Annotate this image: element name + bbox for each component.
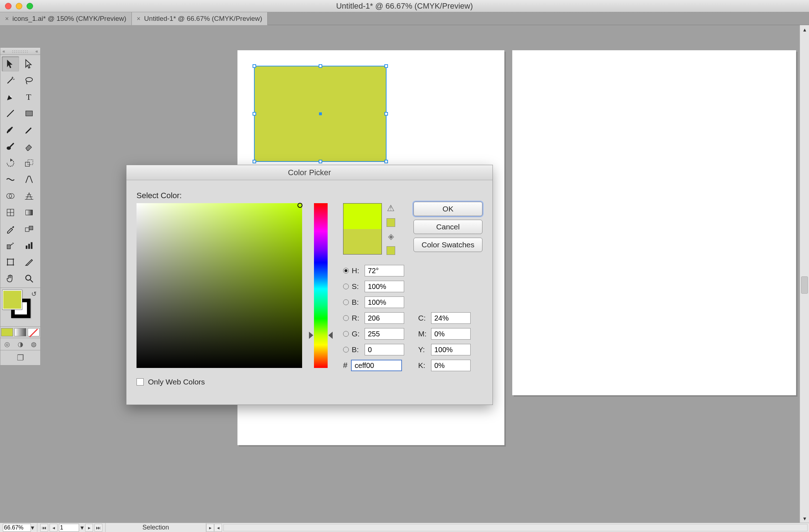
horizontal-scrollbar[interactable]	[223, 524, 808, 531]
gamut-safe-swatch[interactable]	[387, 218, 395, 227]
scroll-thumb[interactable]	[801, 276, 808, 294]
color-mode-solid[interactable]	[1, 328, 13, 336]
close-window-icon[interactable]	[5, 3, 11, 9]
saturation-brightness-field[interactable]	[137, 203, 302, 368]
scroll-up-icon[interactable]: ▴	[800, 25, 809, 34]
magic-wand-tool[interactable]	[2, 73, 19, 88]
close-tab-icon[interactable]: ×	[5, 15, 9, 23]
hex-input[interactable]	[351, 360, 402, 371]
collapse-panel-icon[interactable]: «	[36, 48, 38, 54]
swap-fill-stroke-icon[interactable]: ↺	[31, 290, 37, 298]
type-tool[interactable]: T	[20, 89, 38, 104]
color-mode-none[interactable]	[28, 328, 40, 336]
color-mode-gradient[interactable]	[14, 328, 26, 336]
current-color-swatch[interactable]	[343, 229, 382, 255]
checkbox-icon[interactable]	[137, 378, 144, 386]
symbol-sprayer-tool[interactable]	[2, 238, 19, 253]
websafe-swatch[interactable]	[387, 246, 395, 255]
prev-artboard-button[interactable]: ◂	[50, 524, 57, 532]
radio-s[interactable]	[343, 284, 349, 289]
c-input[interactable]	[431, 312, 471, 324]
first-artboard-button[interactable]: ⏮	[40, 524, 48, 532]
status-menu-button[interactable]: ▸	[206, 524, 214, 532]
zoom-tool[interactable]	[20, 271, 38, 286]
hue-slider-handle-left-icon[interactable]	[309, 332, 313, 339]
rectangle-tool[interactable]	[20, 106, 38, 121]
k-input[interactable]	[431, 360, 471, 371]
free-transform-tool[interactable]	[20, 172, 38, 187]
blob-brush-tool[interactable]	[2, 139, 19, 154]
h-input[interactable]	[365, 265, 404, 276]
fill-color-swatch[interactable]	[3, 290, 22, 309]
hand-tool[interactable]	[2, 271, 19, 286]
pencil-tool[interactable]	[20, 122, 38, 137]
scroll-left-button[interactable]: ◂	[214, 524, 222, 532]
ok-button[interactable]: OK	[413, 202, 482, 216]
zoom-dropdown-icon[interactable]: ▾	[31, 524, 34, 532]
line-segment-tool[interactable]	[2, 106, 19, 121]
artboard-dropdown-icon[interactable]: ▾	[80, 524, 84, 532]
selected-rectangle[interactable]	[254, 66, 386, 162]
g-input[interactable]	[365, 328, 404, 340]
artboard-number-input[interactable]	[59, 524, 79, 532]
window-title: Untitled-1* @ 66.67% (CMYK/Preview)	[0, 1, 809, 11]
close-tab-icon[interactable]: ×	[137, 15, 141, 23]
color-swatches-button[interactable]: Color Swatches	[413, 238, 482, 252]
minimize-window-icon[interactable]	[16, 3, 22, 9]
out-of-gamut-warning-icon[interactable]: ⚠︎	[387, 203, 395, 213]
vertical-scrollbar[interactable]: ▴ ▾	[800, 25, 809, 523]
last-artboard-button[interactable]: ⏭	[94, 524, 102, 532]
hue-slider-handle-right-icon[interactable]	[328, 332, 333, 339]
y-input[interactable]	[431, 344, 471, 355]
rotate-tool[interactable]	[2, 155, 19, 171]
width-tool[interactable]	[2, 172, 19, 187]
r-input[interactable]	[365, 312, 404, 324]
radio-g[interactable]	[343, 331, 349, 337]
draw-normal-icon[interactable]: ◎	[0, 338, 14, 350]
b-rgb-input[interactable]	[365, 344, 404, 355]
shape-builder-tool[interactable]	[2, 188, 19, 204]
only-web-colors-checkbox[interactable]: Only Web Colors	[137, 378, 205, 386]
draw-inside-icon[interactable]: ◍	[27, 338, 40, 350]
scroll-down-icon[interactable]: ▾	[800, 514, 809, 523]
tab-untitled-1[interactable]: × Untitled-1* @ 66.67% (CMYK/Preview)	[132, 12, 268, 25]
radio-r[interactable]	[343, 315, 349, 321]
fill-stroke-swatch[interactable]: ↺	[0, 288, 41, 327]
eraser-tool[interactable]	[20, 139, 38, 154]
gradient-tool[interactable]	[20, 205, 38, 220]
not-websafe-warning-icon[interactable]: ◈	[388, 232, 394, 241]
zoom-input[interactable]	[3, 524, 31, 532]
radio-b-rgb[interactable]	[343, 347, 349, 353]
sv-marker-icon[interactable]	[297, 203, 302, 208]
s-input[interactable]	[365, 281, 404, 292]
selection-tool[interactable]	[2, 56, 19, 71]
mesh-tool[interactable]	[2, 205, 19, 220]
blend-tool[interactable]	[20, 221, 38, 237]
paintbrush-tool[interactable]	[2, 122, 19, 137]
radio-b[interactable]	[343, 299, 349, 305]
perspective-grid-tool[interactable]	[20, 188, 38, 204]
slice-tool[interactable]	[20, 255, 38, 270]
pen-tool[interactable]	[2, 89, 19, 104]
collapse-panel-icon[interactable]: «	[3, 48, 5, 54]
maximize-window-icon[interactable]	[27, 3, 33, 9]
draw-behind-icon[interactable]: ◑	[14, 338, 27, 350]
screen-mode-button[interactable]: ❐	[0, 350, 41, 365]
cancel-button[interactable]: Cancel	[413, 220, 482, 234]
artboard-tool[interactable]	[2, 255, 19, 270]
direct-selection-tool[interactable]	[20, 56, 38, 71]
b-input[interactable]	[365, 297, 404, 308]
artboard-2[interactable]	[512, 50, 796, 395]
tools-panel-header[interactable]: « ::::::::: «	[0, 47, 41, 55]
next-artboard-button[interactable]: ▸	[85, 524, 93, 532]
y-label: Y:	[418, 345, 428, 354]
tab-icons-1[interactable]: × icons_1.ai* @ 150% (CMYK/Preview)	[0, 12, 132, 25]
eyedropper-tool[interactable]	[2, 221, 19, 237]
hue-slider[interactable]	[314, 203, 328, 368]
scale-tool[interactable]	[20, 155, 38, 171]
lasso-tool[interactable]	[20, 73, 38, 88]
radio-h[interactable]	[343, 268, 349, 274]
column-graph-tool[interactable]	[20, 238, 38, 253]
m-input[interactable]	[431, 328, 471, 340]
panel-grip-icon[interactable]: :::::::::	[12, 49, 29, 53]
